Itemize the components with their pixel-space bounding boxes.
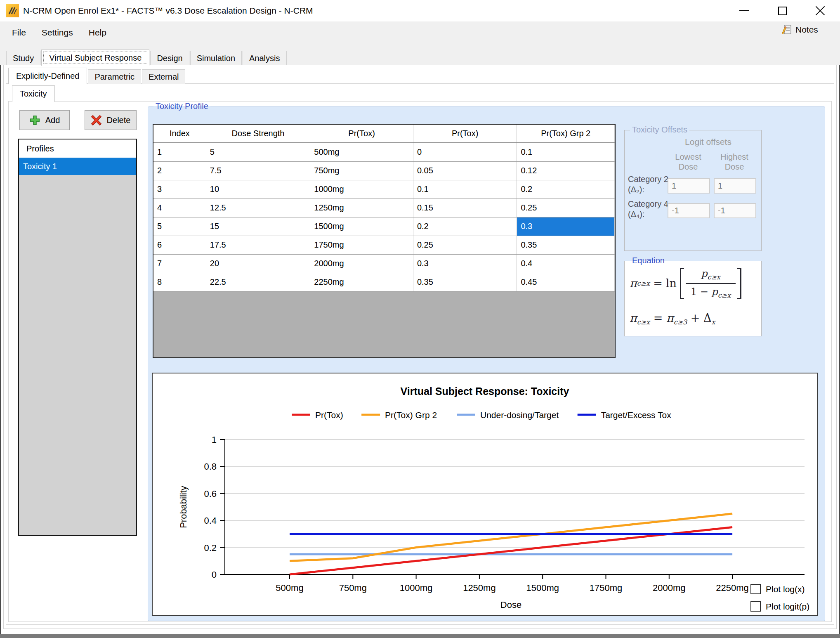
tab-virtual-subject-response[interactable]: Virtual Subject Response: [41, 50, 149, 66]
plot-logx-label: Plot log(x): [766, 584, 805, 594]
table-cell[interactable]: 7.5: [206, 162, 311, 180]
toxicity-offsets-group-title: Toxicity Offsets: [630, 125, 689, 135]
window-bottom-edge: [0, 634, 840, 638]
profile-list-item[interactable]: Toxicity 1: [19, 158, 136, 175]
table-cell[interactable]: 500mg: [310, 143, 413, 161]
table-cell[interactable]: 1750mg: [310, 236, 413, 254]
table-cell[interactable]: 0.35: [517, 236, 615, 254]
toxicity-table[interactable]: IndexDose StrengthPr(Tox)Pr(Tox)Pr(Tox) …: [153, 124, 616, 358]
logit-offsets-header: Logit offsets: [666, 137, 750, 147]
table-cell[interactable]: 1500mg: [310, 217, 413, 236]
tab-design[interactable]: Design: [150, 51, 189, 65]
maximize-icon: [778, 7, 787, 15]
y-tick-label: 0.2: [204, 543, 217, 553]
table-cell[interactable]: 8: [153, 273, 206, 291]
add-icon: [29, 115, 40, 126]
plot-logitp-checkbox[interactable]: [750, 601, 761, 612]
table-cell[interactable]: 22.5: [206, 273, 311, 291]
table-cell[interactable]: 15: [206, 217, 311, 236]
minimize-button[interactable]: [729, 0, 759, 21]
table-cell[interactable]: 3: [153, 180, 206, 198]
notes-icon: [781, 24, 792, 35]
profiles-list[interactable]: Profiles Toxicity 1: [18, 139, 137, 536]
tab-parametric[interactable]: Parametric: [88, 69, 141, 84]
table-cell[interactable]: 0.35: [413, 273, 517, 291]
notes-button[interactable]: Notes: [781, 24, 818, 35]
table-cell[interactable]: 20: [206, 255, 311, 273]
column-header-pr-tox-2[interactable]: Pr(Tox): [310, 125, 413, 142]
table-cell[interactable]: 17.5: [206, 236, 311, 254]
table-cell[interactable]: 0.2: [517, 180, 615, 198]
table-cell[interactable]: 10: [206, 180, 311, 198]
x-tick-label: 1750mg: [590, 583, 623, 593]
table-cell[interactable]: 2250mg: [310, 273, 413, 291]
table-cell[interactable]: 0.4: [517, 255, 615, 273]
delete-button[interactable]: Delete: [85, 110, 137, 130]
table-cell[interactable]: 2: [153, 162, 206, 180]
table-cell[interactable]: 1: [153, 143, 206, 161]
table-cell[interactable]: 2000mg: [310, 255, 413, 273]
table-cell[interactable]: 0.12: [517, 162, 615, 180]
y-tick-label: 0: [212, 569, 217, 580]
table-cell[interactable]: 0.45: [517, 273, 615, 291]
tab-study[interactable]: Study: [6, 51, 40, 65]
table-cell[interactable]: 12.5: [206, 199, 311, 217]
left-bracket: [680, 268, 684, 299]
table-cell[interactable]: 0.1: [517, 143, 615, 161]
column-header-index-0[interactable]: Index: [153, 125, 206, 142]
tab-label: Study: [13, 54, 34, 63]
table-cell[interactable]: 1000mg: [310, 180, 413, 198]
y-axis-label: Probability: [178, 486, 189, 528]
category-2-label: Category 2 (Δ₂):: [628, 174, 669, 195]
x-tick-label: 750mg: [339, 583, 367, 593]
tab-label: Simulation: [197, 54, 235, 63]
table-cell[interactable]: 5: [206, 143, 311, 161]
window-title: N-CRM Open Enrol Ex1* - FACTS™ v6.3 Dose…: [23, 0, 313, 21]
menu-item-file[interactable]: File: [4, 28, 34, 38]
minimize-icon: [739, 10, 749, 11]
table-cell[interactable]: 0: [413, 143, 517, 161]
tab-simulation[interactable]: Simulation: [190, 51, 242, 65]
table-cell[interactable]: 0.2: [413, 217, 517, 236]
close-button[interactable]: [805, 0, 835, 21]
add-button[interactable]: Add: [19, 110, 70, 130]
category-4-label: Category 4 (Δ₄):: [628, 199, 669, 220]
plot-logx-checkbox[interactable]: [750, 584, 761, 594]
table-cell[interactable]: 4: [153, 199, 206, 217]
table-cell[interactable]: 750mg: [310, 162, 413, 180]
column-header-dose-strength-1[interactable]: Dose Strength: [206, 125, 311, 142]
cat4-lowest-dose-input: -1: [668, 203, 710, 218]
table-cell[interactable]: 1250mg: [310, 199, 413, 217]
table-cell-selected[interactable]: 0.3: [517, 217, 615, 236]
table-cell[interactable]: 0.15: [413, 199, 517, 217]
table-cell[interactable]: 0.25: [517, 199, 615, 217]
x-tick-label: 500mg: [276, 583, 303, 593]
notes-label: Notes: [795, 25, 818, 35]
chart-title: Virtual Subject Response: Toxicity: [401, 385, 569, 397]
tab-label: Virtual Subject Response: [49, 53, 142, 63]
table-cell[interactable]: 6: [153, 236, 206, 254]
y-tick-label: 1: [212, 435, 217, 445]
tab-analysis[interactable]: Analysis: [243, 51, 286, 65]
tab-label: External: [149, 72, 179, 82]
menu-item-settings[interactable]: Settings: [34, 28, 81, 38]
chart-panel: 00.20.40.60.81500mg750mg1000mg1250mg1500…: [152, 373, 818, 616]
table-cell[interactable]: 0.1: [413, 180, 517, 198]
table-row: 822.52250mg0.350.45: [153, 273, 615, 292]
table-cell[interactable]: 0.25: [413, 236, 517, 254]
table-cell[interactable]: 0.05: [413, 162, 517, 180]
menu-item-help[interactable]: Help: [81, 28, 114, 38]
maximize-button[interactable]: [767, 0, 797, 21]
table-cell[interactable]: 7: [153, 255, 206, 273]
tab-external[interactable]: External: [142, 69, 185, 84]
legend-label-pr-tox-grp-2: Pr(Tox) Grp 2: [385, 410, 437, 420]
column-header-pr-tox-grp-2-4[interactable]: Pr(Tox) Grp 2: [517, 125, 615, 142]
toxicity-chart: 00.20.40.60.81500mg750mg1000mg1250mg1500…: [153, 373, 817, 615]
table-cell[interactable]: 5: [153, 217, 206, 236]
legend-label-pr-tox: Pr(Tox): [315, 410, 343, 420]
main-tab-strip: StudyVirtual Subject ResponseDesignSimul…: [6, 49, 287, 65]
tab-explicitly-defined[interactable]: Explicitly-Defined: [8, 68, 87, 84]
tab-toxicity[interactable]: Toxicity: [12, 85, 55, 102]
table-cell[interactable]: 0.3: [413, 255, 517, 273]
column-header-pr-tox-3[interactable]: Pr(Tox): [413, 125, 517, 142]
